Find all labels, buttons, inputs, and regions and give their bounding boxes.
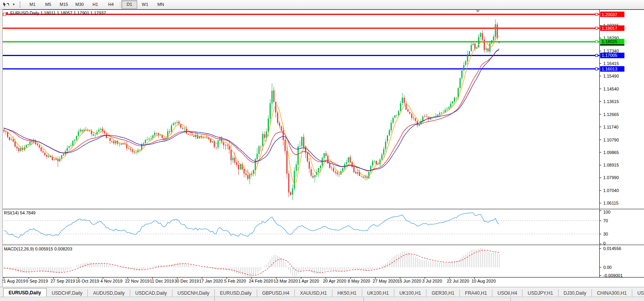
chart-tab-fra40-h1-12[interactable]: FRA40,H1 <box>459 289 492 297</box>
chart-tab-eurusd-daily-0[interactable]: EURUSD,Daily <box>3 288 47 297</box>
strip-tick <box>510 297 511 301</box>
svg-text:20 Apr 2020: 20 Apr 2020 <box>323 279 346 283</box>
svg-text:4 Nov 2019: 4 Nov 2019 <box>100 279 122 283</box>
svg-text:17 Jan 2020: 17 Jan 2020 <box>199 279 223 283</box>
svg-text:1 Apr 2020: 1 Apr 2020 <box>298 279 319 283</box>
chart-tab-ger30-h1-11[interactable]: GER30,H1 <box>426 289 459 297</box>
svg-text:30 Dec 2019: 30 Dec 2019 <box>174 279 199 283</box>
svg-text:1.13615: 1.13615 <box>603 99 619 104</box>
chart-tab-audusd-daily-2[interactable]: AUDUSD,Daily <box>87 289 130 297</box>
chart-tab-gbpusd-h4-6[interactable]: GBPUSD,H4 <box>257 289 294 297</box>
strip-tick <box>363 297 364 301</box>
cursor-arrows-icon <box>3 2 9 7</box>
chart-background <box>0 9 644 297</box>
chart-tab-hk50-h1-8[interactable]: HK50,H1 <box>332 289 362 297</box>
strip-tick <box>214 297 215 301</box>
svg-text:1.15490: 1.15490 <box>603 74 619 78</box>
chart-tab-usoil-h4-13[interactable]: USOil,H4 <box>492 289 522 297</box>
h-line-handle[interactable] <box>595 27 598 29</box>
svg-text:1.14540: 1.14540 <box>603 87 619 91</box>
svg-text:0.00: 0.00 <box>603 265 611 270</box>
svg-text:1.16415: 1.16415 <box>603 61 619 66</box>
chart-tab-xauusd-h1-7[interactable]: XAUUSD,H1 <box>294 289 332 297</box>
svg-text:5 Feb 2020: 5 Feb 2020 <box>224 279 246 283</box>
chart-tab-china300-h1-16[interactable]: CHINA300,H1 <box>591 289 632 297</box>
h-line-handle[interactable] <box>595 40 598 43</box>
timeframe-button-h4[interactable]: H4 <box>103 0 119 9</box>
svg-text:24 Feb 2020: 24 Feb 2020 <box>249 279 273 283</box>
h-line-handle[interactable] <box>595 68 598 70</box>
toolbar-separator <box>120 2 120 8</box>
svg-text:10 Aug 2020: 10 Aug 2020 <box>472 279 496 283</box>
svg-text:22 Nov 2019: 22 Nov 2019 <box>125 279 149 283</box>
bottom-strip <box>0 297 644 301</box>
timeframe-button-w1[interactable]: W1 <box>137 0 153 9</box>
chart-tab-dj30-daily-15[interactable]: DJ30,Daily <box>558 289 591 297</box>
svg-text:1.12665: 1.12665 <box>603 112 619 117</box>
svg-text:8 May 2020: 8 May 2020 <box>348 279 370 283</box>
svg-text:30: 30 <box>603 232 608 236</box>
svg-text:1.16013: 1.16013 <box>602 67 617 71</box>
svg-text:15 Jun 2020: 15 Jun 2020 <box>397 279 421 283</box>
top-toolbar: ▼ M1M5M15M30H1H4D1W1MN <box>0 0 644 9</box>
svg-text:1.07040: 1.07040 <box>603 188 619 193</box>
svg-text:1.17340: 1.17340 <box>603 49 619 53</box>
svg-text:1.17005: 1.17005 <box>602 53 617 58</box>
svg-text:3 Jul 2020: 3 Jul 2020 <box>422 279 442 283</box>
rsi-indicator-label: RSI(14) 54.7849 <box>4 210 36 215</box>
window-left-edge <box>0 9 3 301</box>
svg-text:1.19017: 1.19017 <box>602 26 617 31</box>
svg-text:0.014556: 0.014556 <box>603 246 621 251</box>
chart-canvas[interactable]: 1.192151.182901.173401.164151.154901.145… <box>0 0 644 301</box>
svg-text:0: 0 <box>603 241 606 246</box>
h-line-handle[interactable] <box>595 54 598 57</box>
svg-text:27 Sep 2019: 27 Sep 2019 <box>51 279 75 283</box>
svg-text:21 Aug 2019: 21 Aug 2019 <box>1 279 25 283</box>
chart-title: ▼ EURUSD,Daily 1.18011 1.18057 1.17901 1… <box>5 11 106 15</box>
chart-tab-usdcnh-daily-4[interactable]: USDCNH,Daily <box>172 289 214 297</box>
chart-title-dropdown-icon: ▼ <box>5 11 9 15</box>
svg-text:9 Sep 2019: 9 Sep 2019 <box>26 279 48 283</box>
chevron-down-icon: ▼ <box>12 3 15 6</box>
svg-text:1.10790: 1.10790 <box>603 138 619 142</box>
timeframe-button-m5[interactable]: M5 <box>40 0 56 9</box>
svg-text:1.06115: 1.06115 <box>603 201 619 205</box>
cursor-tool-dropdown[interactable]: ▼ <box>11 1 16 8</box>
toolbar-grip[interactable] <box>20 2 22 8</box>
cursor-tool-button[interactable] <box>1 1 11 8</box>
svg-text:22 Jul 2020: 22 Jul 2020 <box>447 279 469 283</box>
chart-tab-uk100-h1-10[interactable]: UK100,H1 <box>394 289 426 297</box>
timeframe-button-m1[interactable]: M1 <box>25 0 40 9</box>
timeframe-buttons: M1M5M15M30H1H4D1W1MN <box>25 0 169 9</box>
h-line-handle[interactable] <box>595 13 598 16</box>
svg-text:70: 70 <box>603 218 608 223</box>
svg-text:1.08915: 1.08915 <box>603 163 619 167</box>
chart-tab-uk100-h1-9[interactable]: UK100,H1 <box>362 289 394 297</box>
svg-text:-0.009001: -0.009001 <box>603 273 623 278</box>
svg-text:1.09865: 1.09865 <box>603 150 619 155</box>
timeframe-button-mn[interactable]: MN <box>153 0 169 9</box>
macd-indicator-label: MACD(12,26,9) 0.005915 0.008203 <box>4 247 72 251</box>
chart-tab-usdcad-daily-3[interactable]: USDCAD,Daily <box>130 289 172 297</box>
chart-title-text: EURUSD,Daily 1.18011 1.18057 1.17901 1.1… <box>10 11 106 15</box>
svg-text:1.11740: 1.11740 <box>603 125 619 129</box>
chart-tab-usdchf-daily-1[interactable]: USDCHF,Daily <box>47 289 88 297</box>
svg-text:13 Mar 2020: 13 Mar 2020 <box>274 279 298 283</box>
chart-tab-usoil-h1-17[interactable]: USOil,H1 <box>632 289 644 297</box>
timeframe-button-m30[interactable]: M30 <box>72 0 87 9</box>
timeframe-button-m15[interactable]: M15 <box>56 0 72 9</box>
timeframe-button-h1[interactable]: H1 <box>87 0 103 9</box>
svg-text:1.20037: 1.20037 <box>602 12 617 17</box>
chart-tab-eurusd-daily-5[interactable]: EURUSD,Daily <box>214 289 257 297</box>
svg-text:16 Oct 2019: 16 Oct 2019 <box>76 279 99 283</box>
chart-tab-bar: EURUSD,DailyUSDCHF,DailyAUDUSD,DailyUSDC… <box>0 287 644 297</box>
svg-text:27 May 2020: 27 May 2020 <box>373 279 398 283</box>
svg-text:100: 100 <box>603 210 610 214</box>
timeframe-button-d1[interactable]: D1 <box>122 0 137 9</box>
chart-tab-usdjpy-h1-14[interactable]: USDJPY,H1 <box>522 289 558 297</box>
svg-text:1.07990: 1.07990 <box>603 175 619 180</box>
svg-text:11 Dec 2019: 11 Dec 2019 <box>150 279 174 283</box>
svg-text:1.18025: 1.18025 <box>602 39 617 44</box>
